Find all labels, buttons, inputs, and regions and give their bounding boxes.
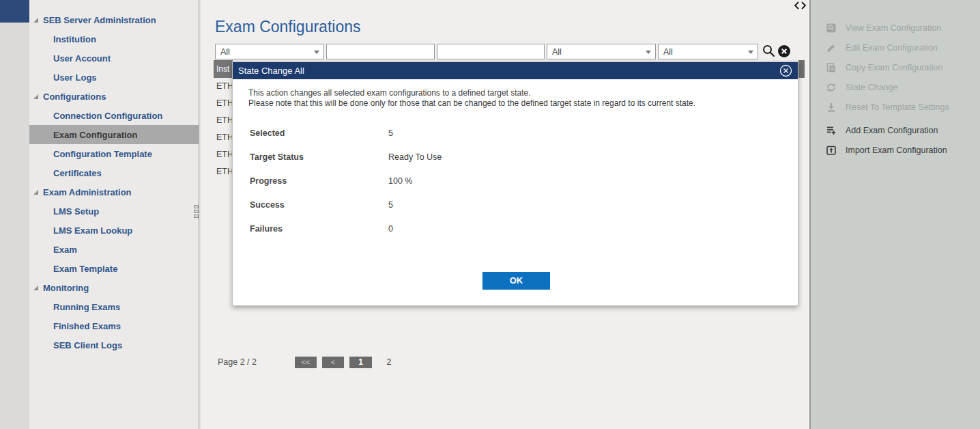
panel-collapse-expand-controls bbox=[792, 1, 809, 10]
tree-expanded-icon bbox=[33, 94, 39, 100]
sidebar-section-configurations[interactable]: Configurations bbox=[29, 87, 199, 106]
sidebar-item-exam[interactable]: Exam bbox=[29, 240, 199, 259]
navigation-menu: SEB Server Administration Institution Us… bbox=[29, 0, 199, 429]
sidebar-item-seb-client-logs[interactable]: SEB Client Logs bbox=[29, 335, 199, 355]
dialog-message-line-1: This action changes all selected exam co… bbox=[248, 88, 695, 98]
sidebar-section-label: Configurations bbox=[43, 92, 106, 102]
sidebar-item-certificates[interactable]: Certificates bbox=[29, 163, 199, 182]
dialog-title-bar: State Change All bbox=[233, 62, 798, 79]
sidebar-section-exam-administration[interactable]: Exam Administration bbox=[29, 182, 199, 202]
type-filter-select[interactable]: All bbox=[658, 44, 758, 59]
status-filter-select[interactable]: All bbox=[547, 44, 656, 59]
left-splitter-grip[interactable] bbox=[194, 205, 199, 208]
page-title: Exam Configurations bbox=[215, 18, 361, 36]
clear-filter-button[interactable] bbox=[778, 45, 790, 57]
pagination-first-button[interactable]: << bbox=[295, 357, 317, 368]
action-edit-exam-configuration: Edit Exam Configuration bbox=[811, 41, 980, 55]
sidebar-section-monitoring[interactable]: Monitoring bbox=[29, 278, 199, 297]
sidebar-item-exam-configuration[interactable]: Exam Configuration bbox=[29, 125, 199, 144]
action-sidebar: View Exam Configuration Edit Exam Config… bbox=[811, 0, 980, 429]
table-row[interactable]: ETH bbox=[214, 112, 233, 129]
add-list-icon bbox=[826, 125, 837, 136]
ok-button[interactable]: OK bbox=[482, 272, 550, 290]
dialog-title: State Change All bbox=[238, 66, 304, 76]
tree-expanded-icon bbox=[33, 189, 39, 195]
institution-filter-select[interactable]: All bbox=[215, 44, 324, 59]
action-view-exam-configuration: View Exam Configuration bbox=[811, 21, 980, 35]
action-import-exam-configuration[interactable]: Import Exam Configuration bbox=[811, 143, 980, 157]
left-splitter-grip[interactable] bbox=[194, 214, 199, 218]
page-indicator: Page 2 / 2 bbox=[218, 356, 257, 368]
dialog-field-selected: Selected5 bbox=[250, 128, 393, 138]
state-change-icon bbox=[826, 82, 837, 93]
pagination-page-2-current[interactable]: 2 bbox=[382, 356, 396, 368]
table-column-header-institution[interactable]: Inst bbox=[214, 60, 233, 78]
pencil-icon bbox=[826, 42, 837, 53]
sidebar-item-configuration-template[interactable]: Configuration Template bbox=[29, 144, 199, 163]
chevron-down-icon bbox=[748, 51, 753, 54]
action-state-change: State Change bbox=[811, 81, 980, 94]
state-change-all-dialog: State Change All This action changes all… bbox=[232, 61, 798, 306]
sidebar-item-institution[interactable]: Institution bbox=[29, 29, 199, 49]
close-icon bbox=[779, 64, 792, 77]
action-copy-exam-configuration: Copy Exam Configuration bbox=[811, 61, 980, 74]
import-icon bbox=[826, 145, 837, 156]
sidebar-section-seb-server-administration[interactable]: SEB Server Administration bbox=[29, 10, 199, 29]
pagination-prev-button[interactable]: < bbox=[322, 357, 344, 368]
search-button[interactable] bbox=[762, 44, 776, 58]
tree-expanded-icon bbox=[33, 17, 39, 23]
copy-icon bbox=[826, 62, 837, 73]
app-logo-block bbox=[0, 0, 29, 23]
pagination-page-1-button[interactable]: 1 bbox=[349, 357, 372, 368]
table-row[interactable]: ETH bbox=[214, 163, 233, 180]
search-icon bbox=[762, 44, 776, 58]
chevron-down-icon bbox=[646, 51, 651, 54]
table-scrollbar-thumb[interactable] bbox=[798, 60, 805, 78]
name-filter-input[interactable] bbox=[326, 44, 435, 59]
description-filter-input[interactable] bbox=[437, 44, 545, 59]
chevron-down-icon bbox=[314, 51, 319, 54]
action-reset-to-template-settings: Reset To Template Settings bbox=[811, 100, 980, 114]
sidebar-section-label: Monitoring bbox=[43, 283, 89, 293]
left-splitter-grip[interactable] bbox=[194, 210, 199, 213]
dialog-field-failures: Failures0 bbox=[250, 223, 393, 234]
action-add-exam-configuration[interactable]: Add Exam Configuration bbox=[811, 124, 980, 137]
dialog-message-line-2: Please note that this will be done only … bbox=[248, 98, 695, 109]
sidebar-item-user-logs[interactable]: User Logs bbox=[29, 68, 199, 87]
sidebar-item-lms-setup[interactable]: LMS Setup bbox=[29, 202, 199, 221]
tree-expanded-icon bbox=[33, 285, 39, 291]
left-sidebar: SEB Server Administration Institution Us… bbox=[0, 0, 199, 429]
dialog-field-progress: Progress100 % bbox=[250, 176, 412, 186]
dialog-field-target-status: Target StatusReady To Use bbox=[250, 152, 442, 162]
dialog-body: This action changes all selected exam co… bbox=[233, 79, 798, 305]
sidebar-item-lms-exam-lookup[interactable]: LMS Exam Lookup bbox=[29, 221, 199, 240]
seb-server-admin-window: SEB Server Administration Institution Us… bbox=[0, 0, 980, 429]
table-row[interactable]: ETH bbox=[214, 78, 233, 95]
sidebar-item-exam-template[interactable]: Exam Template bbox=[29, 259, 199, 278]
sidebar-section-label: SEB Server Administration bbox=[43, 15, 156, 25]
clear-filter-icon bbox=[778, 45, 790, 57]
sidebar-section-label: Exam Administration bbox=[43, 187, 132, 197]
view-icon bbox=[826, 23, 837, 33]
sidebar-item-finished-exams[interactable]: Finished Exams bbox=[29, 316, 199, 335]
table-row[interactable]: ETH bbox=[214, 95, 233, 112]
sidebar-item-running-exams[interactable]: Running Exams bbox=[29, 297, 199, 316]
dialog-close-button[interactable] bbox=[779, 64, 792, 77]
sidebar-item-user-account[interactable]: User Account bbox=[29, 49, 199, 68]
dialog-field-success: Success5 bbox=[250, 199, 393, 210]
collapse-expand-icons[interactable] bbox=[792, 1, 809, 10]
table-row[interactable]: ETH bbox=[214, 146, 233, 163]
dialog-message: This action changes all selected exam co… bbox=[248, 88, 695, 109]
reset-download-icon bbox=[826, 102, 837, 113]
sidebar-item-connection-configuration[interactable]: Connection Configuration bbox=[29, 106, 199, 125]
table-row[interactable]: ETH bbox=[214, 129, 233, 146]
